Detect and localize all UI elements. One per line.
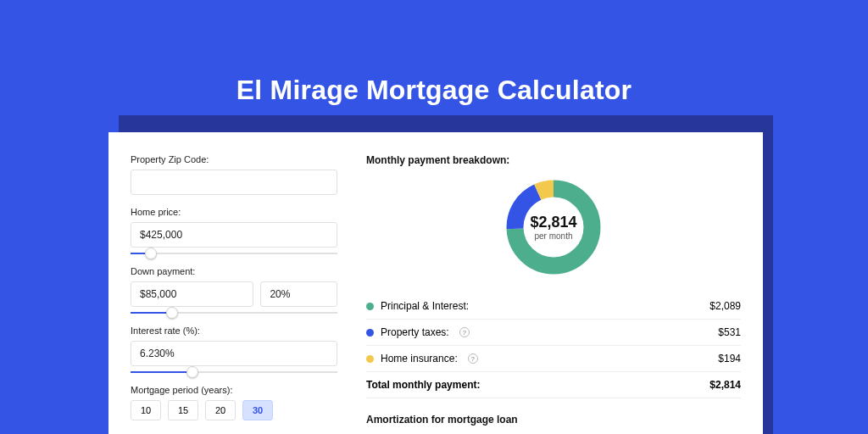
legend-label: Home insurance:	[381, 353, 458, 364]
page-title: El Mirage Mortgage Calculator	[0, 0, 868, 106]
down-payment-amount-input[interactable]	[131, 281, 253, 307]
down-payment-pct-input[interactable]	[260, 281, 337, 307]
donut-sub: per month	[534, 231, 572, 241]
down-payment-slider[interactable]	[131, 312, 337, 314]
legend-label: Principal & Interest:	[381, 300, 469, 312]
help-icon[interactable]: ?	[468, 353, 478, 364]
period-label: Mortgage period (years):	[131, 385, 337, 395]
down-payment-label: Down payment:	[131, 266, 337, 276]
interest-rate-slider[interactable]	[131, 371, 337, 373]
period-block: Mortgage period (years): 10152030	[131, 385, 337, 420]
interest-rate-slider-thumb[interactable]	[186, 366, 198, 378]
period-button-20[interactable]: 20	[205, 400, 236, 420]
home-price-block: Home price:	[131, 207, 337, 254]
breakdown-title: Monthly payment breakdown:	[366, 154, 741, 166]
amortization-section: Amortization for mortgage loan Amortizat…	[366, 414, 741, 434]
legend-row: Property taxes:?$531	[366, 320, 741, 346]
legend-total-value: $2,814	[709, 379, 741, 391]
calculator-card: Property Zip Code: Home price: Down paym…	[108, 132, 763, 434]
legend-row: Home insurance:?$194	[366, 346, 741, 372]
page-background: El Mirage Mortgage Calculator Property Z…	[0, 0, 868, 434]
payment-donut-chart: $2,814 per month	[503, 176, 604, 278]
home-price-slider[interactable]	[131, 253, 337, 254]
donut-wrap: $2,814 per month	[366, 176, 741, 278]
legend-value: $2,089	[709, 300, 741, 312]
period-button-15[interactable]: 15	[168, 400, 198, 420]
period-button-10[interactable]: 10	[131, 400, 161, 420]
legend-dot	[366, 329, 374, 337]
legend-dot	[366, 303, 374, 310]
amortization-title: Amortization for mortgage loan	[366, 414, 741, 426]
home-price-label: Home price:	[131, 207, 337, 217]
home-price-slider-thumb[interactable]	[145, 248, 157, 259]
donut-amount: $2,814	[530, 214, 576, 231]
zip-block: Property Zip Code:	[131, 154, 337, 195]
zip-input[interactable]	[131, 170, 337, 195]
legend-value: $531	[718, 326, 741, 338]
legend-label: Property taxes:	[381, 326, 449, 338]
legend-row: Principal & Interest:$2,089	[366, 293, 741, 320]
legend-total-row: Total monthly payment: $2,814	[366, 372, 741, 398]
legend-value: $194	[718, 353, 741, 364]
interest-rate-slider-fill	[131, 371, 192, 373]
interest-rate-label: Interest rate (%):	[131, 326, 337, 336]
period-button-30[interactable]: 30	[242, 400, 273, 420]
interest-rate-input[interactable]	[131, 341, 337, 366]
results-panel: Monthly payment breakdown: $2,814 per mo…	[354, 132, 763, 434]
help-icon[interactable]: ?	[459, 327, 470, 337]
donut-center: $2,814 per month	[503, 176, 604, 278]
down-payment-block: Down payment:	[131, 266, 337, 314]
zip-label: Property Zip Code:	[131, 154, 337, 164]
form-panel: Property Zip Code: Home price: Down paym…	[108, 132, 354, 434]
down-payment-slider-thumb[interactable]	[166, 307, 178, 319]
legend-dot	[366, 355, 374, 363]
interest-rate-block: Interest rate (%):	[131, 326, 337, 373]
legend-total-label: Total monthly payment:	[366, 379, 480, 391]
home-price-input[interactable]	[131, 222, 337, 248]
